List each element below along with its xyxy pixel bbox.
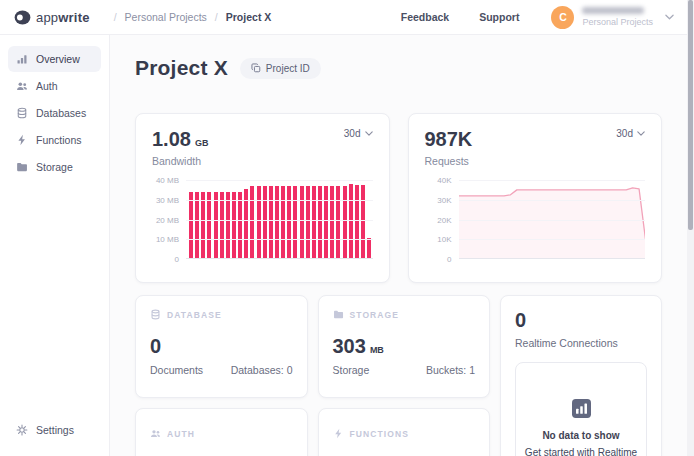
appwrite-logo[interactable]: appwrite (14, 10, 90, 25)
bandwidth-bar (367, 238, 371, 259)
user-name-redacted (582, 7, 644, 14)
y-tick-label: 40 MB (156, 176, 179, 185)
bandwidth-bar (324, 186, 328, 259)
account-menu[interactable]: C Personal Projects (551, 6, 674, 29)
support-link[interactable]: Support (479, 11, 519, 23)
sidebar-item-label: Overview (36, 53, 80, 65)
users-icon (16, 80, 28, 92)
y-tick-label: 30 MB (156, 195, 179, 204)
realtime-empty-state: No data to show Get started with Realtim… (515, 362, 647, 456)
sidebar-item-label: Storage (36, 161, 73, 173)
sidebar-item-databases[interactable]: Databases (8, 100, 101, 126)
sidebar-item-functions[interactable]: Functions (8, 127, 101, 153)
users-icon (150, 428, 161, 439)
y-tick-label: 10 MB (156, 235, 179, 244)
bandwidth-bar (269, 186, 273, 259)
y-tick-label: 0 (175, 255, 179, 264)
page-title: Project X (135, 56, 228, 80)
bandwidth-bar (281, 186, 285, 259)
gridline (186, 200, 373, 201)
no-data-title: No data to show (542, 430, 619, 441)
gridline (459, 200, 646, 201)
bandwidth-bar (343, 186, 347, 259)
databases-count: Databases: 0 (231, 364, 293, 376)
top-bar: appwrite / Personal Projects / Project X… (0, 0, 694, 35)
sidebar-item-settings[interactable]: Settings (8, 417, 101, 443)
storage-label: Storage (333, 364, 370, 376)
appwrite-logo-icon (14, 10, 31, 25)
scrollbar-track[interactable] (687, 0, 694, 456)
requests-label: Requests (425, 155, 473, 167)
bandwidth-bar (207, 192, 211, 259)
y-tick-label: 0 (447, 255, 451, 264)
bandwidth-value: 1.08 (152, 128, 191, 151)
gridline (186, 220, 373, 221)
sidebar: Overview Auth Databases Functions Storag… (0, 35, 110, 456)
bandwidth-bar (275, 186, 279, 259)
sidebar-item-overview[interactable]: Overview (8, 46, 101, 72)
bandwidth-bar (195, 192, 199, 259)
sidebar-item-auth[interactable]: Auth (8, 73, 101, 99)
lightning-icon (333, 428, 344, 439)
requests-value: 987K (425, 128, 473, 151)
feedback-link[interactable]: Feedback (401, 11, 449, 23)
bandwidth-bar (293, 186, 297, 259)
bandwidth-bar (250, 186, 254, 259)
range-value: 30d (344, 128, 361, 139)
requests-plot (459, 180, 646, 259)
baseline (186, 258, 373, 259)
bandwidth-chart: 40 MB30 MB20 MB10 MB0 (152, 180, 373, 259)
database-card: DATABASE 0 Documents Databases: 0 (135, 295, 308, 398)
storage-card: STORAGE 303 MB Storage Buckets: 1 (318, 295, 491, 398)
bandwidth-bar (220, 192, 224, 259)
range-value: 30d (616, 128, 633, 139)
y-tick-label: 40K (437, 176, 451, 185)
breadcrumb-project[interactable]: Project X (226, 11, 272, 23)
bandwidth-bar (355, 185, 359, 259)
requests-card: 987K Requests 30d 40K30K20K10K0 (408, 113, 663, 283)
documents-label: Documents (150, 364, 203, 376)
get-started-realtime-link[interactable]: Get started with Realtime (525, 447, 637, 456)
chevron-down-icon (365, 131, 373, 136)
bandwidth-label: Bandwidth (152, 155, 208, 167)
main-content: Project X Project ID 1.08 GB Bandwidth 3… (110, 35, 694, 456)
appwrite-logo-text: appwrite (36, 10, 90, 25)
bandwidth-bar (257, 186, 261, 259)
bandwidth-bar (232, 192, 236, 259)
y-tick-label: 10K (437, 235, 451, 244)
bandwidth-bar (330, 186, 334, 259)
sidebar-item-label: Auth (36, 80, 58, 92)
bandwidth-plot (186, 180, 373, 259)
avatar: C (551, 6, 574, 29)
bandwidth-bar (336, 186, 340, 259)
bandwidth-bar (361, 185, 365, 259)
gridline (186, 180, 373, 181)
requests-range-dropdown[interactable]: 30d (616, 128, 645, 139)
project-id-badge[interactable]: Project ID (240, 58, 321, 79)
documents-count: 0 (150, 335, 161, 358)
bandwidth-range-dropdown[interactable]: 30d (344, 128, 373, 139)
bandwidth-bar (214, 192, 218, 259)
breadcrumb-separator: / (114, 11, 117, 23)
bandwidth-y-axis: 40 MB30 MB20 MB10 MB0 (152, 180, 186, 259)
database-category-label: DATABASE (167, 310, 222, 320)
realtime-connections-count: 0 (515, 309, 647, 332)
gridline (459, 239, 646, 240)
breadcrumb-separator: / (215, 11, 218, 23)
database-icon (150, 309, 161, 320)
bandwidth-bar (300, 186, 304, 259)
y-tick-label: 20 MB (156, 215, 179, 224)
auth-category-label: AUTH (167, 429, 195, 439)
bandwidth-bar (349, 184, 353, 259)
database-icon (16, 107, 28, 119)
bandwidth-bar (189, 192, 193, 259)
account-organization: Personal Projects (582, 17, 653, 27)
breadcrumb-org[interactable]: Personal Projects (125, 11, 207, 23)
auth-card: AUTH (135, 408, 308, 456)
sidebar-item-storage[interactable]: Storage (8, 154, 101, 180)
baseline (459, 258, 646, 259)
gridline (459, 220, 646, 221)
scrollbar-thumb[interactable] (688, 0, 693, 230)
project-id-badge-label: Project ID (266, 63, 310, 74)
bandwidth-bar (226, 192, 230, 259)
